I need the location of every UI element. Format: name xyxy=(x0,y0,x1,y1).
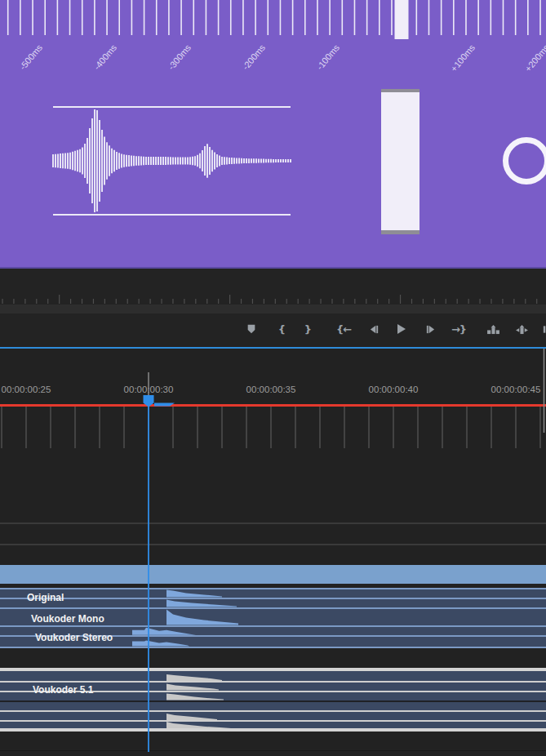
channel-divider xyxy=(0,728,546,732)
sync-zero-tick xyxy=(395,0,409,39)
channel-divider xyxy=(0,710,546,712)
monitor-seek-ruler[interactable] xyxy=(0,269,546,305)
step-forward-button[interactable] xyxy=(419,319,442,339)
sync-circle xyxy=(503,137,546,185)
video-clip[interactable] xyxy=(0,565,546,584)
timecode-label: 00:00:00:30 xyxy=(124,385,174,394)
channel-divider xyxy=(0,700,546,703)
timeline-panel: 00:00:00:2500:00:00:3000:00:00:3500:00:0… xyxy=(0,349,546,756)
lift-icon xyxy=(486,324,500,335)
mark-in-button-icon: { xyxy=(278,323,285,336)
timecode-label: 00:00:00:35 xyxy=(246,385,296,394)
clip-original[interactable]: Original xyxy=(0,588,546,609)
partial-edge-icon xyxy=(543,324,546,335)
go-to-out-button[interactable]: →} xyxy=(447,319,470,339)
partial-edge-button[interactable] xyxy=(533,319,546,339)
clip-label: Voukoder Mono xyxy=(31,613,104,625)
sync-zero-bar xyxy=(381,89,419,234)
extract-icon xyxy=(515,324,529,335)
go-to-in-button-icon: {← xyxy=(336,323,351,336)
timeline-ruler[interactable]: 00:00:00:2500:00:00:3000:00:00:3500:00:0… xyxy=(0,349,546,407)
add-marker-button[interactable] xyxy=(240,319,263,339)
timecode-label: 00:00:00:40 xyxy=(369,385,419,394)
channel-divider xyxy=(0,720,546,722)
timecode-label: 00:00:00:25 xyxy=(2,385,51,394)
step-back-button[interactable] xyxy=(362,319,385,339)
channel-divider xyxy=(0,668,546,671)
sync-test-graphic xyxy=(0,0,546,267)
step-forward-icon xyxy=(424,324,437,335)
channel-divider xyxy=(0,588,546,589)
add-marker-icon xyxy=(246,324,257,335)
sync-test-panel: -500ms-400ms-300ms-200ms-100ms+100ms+200… xyxy=(0,0,546,269)
track-divider xyxy=(0,523,546,524)
clip-label: Voukoder Stereo xyxy=(35,632,113,643)
timecode-label: 00:00:00:45 xyxy=(491,385,541,394)
clip-voukoder-mono[interactable]: Voukoder Mono xyxy=(0,609,546,627)
go-to-out-button-icon: →} xyxy=(451,323,466,336)
clip-label: Original xyxy=(27,592,64,603)
channel-divider xyxy=(0,598,546,599)
extract-button[interactable] xyxy=(510,319,533,339)
clip-voukoder-51[interactable]: Voukoder 5.1 xyxy=(0,668,546,732)
mark-in-button[interactable]: { xyxy=(270,319,293,339)
go-to-in-button[interactable]: {← xyxy=(332,319,355,339)
channel-divider xyxy=(0,647,546,648)
clip-label: Voukoder 5.1 xyxy=(33,684,93,696)
mark-out-button-icon: } xyxy=(304,323,311,336)
app-window: -500ms-400ms-300ms-200ms-100ms+100ms+200… xyxy=(0,0,546,756)
track-divider xyxy=(0,544,546,545)
program-monitor-bar: {}{←→} xyxy=(0,269,546,349)
monitor-scrub-strip[interactable] xyxy=(0,305,546,314)
mark-out-button[interactable]: } xyxy=(296,319,319,339)
channel-divider xyxy=(0,681,546,683)
bottom-divider xyxy=(0,750,546,751)
play-icon xyxy=(394,322,407,336)
clip-voukoder-stereo[interactable]: Voukoder Stereo xyxy=(0,627,546,648)
play-button[interactable] xyxy=(389,319,412,339)
lift-button[interactable] xyxy=(482,319,504,339)
step-back-icon xyxy=(368,324,380,335)
